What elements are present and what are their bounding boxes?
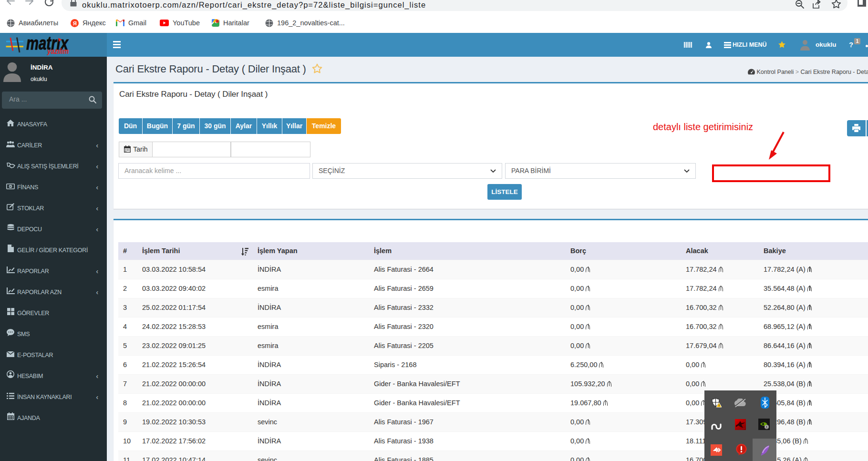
svg-text:!: ! [719,404,720,407]
svg-text:yazılım: yazılım [47,47,69,55]
svg-text:Я: Я [73,20,77,26]
